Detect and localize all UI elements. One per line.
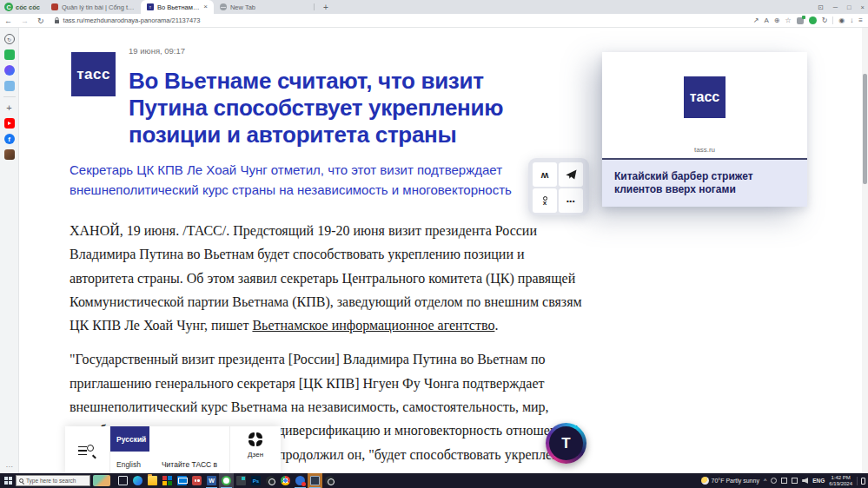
display-icon[interactable] — [792, 478, 798, 484]
read-tass-label: Читайте ТАСС в — [149, 426, 230, 473]
lang-russian-selected[interactable]: Русский — [110, 426, 149, 452]
media-app-icon — [325, 476, 335, 485]
back-button[interactable]: ← — [0, 16, 17, 25]
share-more-button[interactable]: ••• — [559, 188, 583, 213]
windows-taskbar: Type here to search W Ps 70°F Partly sun… — [0, 473, 868, 488]
new-tab-button[interactable]: + — [318, 3, 334, 12]
share-ok-button[interactable]: x — [533, 188, 557, 213]
photos-app-button[interactable] — [160, 473, 175, 488]
input-language-button[interactable]: ENG — [812, 478, 825, 484]
video-app-button[interactable] — [234, 473, 248, 488]
coccoc-logo-icon: C — [4, 3, 13, 11]
badged-app-icon — [295, 476, 305, 485]
photo-shortcut-icon[interactable] — [4, 149, 15, 160]
chat-widget-button[interactable]: T — [546, 423, 586, 464]
show-hidden-icons-button[interactable]: ^ — [764, 478, 766, 484]
scrollbar-thumb[interactable] — [863, 74, 867, 184]
browser-menu-icon[interactable]: ≡ — [858, 16, 863, 24]
ad-overlay-card[interactable]: тасс tass.ru Китайский барбер стрижет кл… — [602, 52, 807, 207]
page-scrollbar[interactable] — [862, 28, 868, 473]
word-icon: W — [207, 476, 216, 485]
profile-avatar-icon[interactable]: ◉ — [838, 16, 845, 24]
zalo-icon[interactable] — [4, 49, 15, 60]
close-tab-icon[interactable]: × — [203, 3, 208, 10]
share-vk-button[interactable]: ʍ — [533, 162, 557, 187]
mail-icon — [177, 476, 187, 485]
search-placeholder: Type here to search — [26, 478, 76, 484]
close-button[interactable]: × — [861, 3, 865, 11]
translate-icon[interactable]: A — [764, 16, 768, 24]
site-search-button[interactable] — [65, 426, 110, 473]
video-app-icon — [236, 476, 246, 485]
partly-sunny-icon — [701, 477, 709, 485]
forward-button[interactable]: → — [17, 16, 33, 25]
tass-article-page: тасс 19 июня, 09:17 Во Вьетнаме считают,… — [19, 28, 868, 473]
news-widget-thumbnail[interactable] — [93, 475, 110, 486]
coccoc-taskbar-button[interactable] — [219, 473, 234, 488]
tab-tass-article[interactable]: т Во Вьетнаме считают, что в × — [141, 0, 214, 14]
weather-widget[interactable]: 70°F Partly sunny — [701, 477, 759, 485]
facebook-icon[interactable]: f — [4, 134, 15, 144]
address-bar[interactable]: tass.ru/mezhdunarodnaya-panorama/2113747… — [54, 16, 201, 24]
minimize-button[interactable]: ─ — [833, 3, 838, 11]
toolbar-divider — [832, 16, 833, 24]
media-app-button[interactable] — [322, 473, 337, 488]
chat-app-icon[interactable] — [4, 81, 15, 91]
file-explorer-button[interactable] — [145, 473, 160, 488]
pip-icon[interactable]: ⊡ — [818, 3, 823, 11]
source-link[interactable]: Вьетнамское информационное агентство — [252, 318, 494, 333]
share-widget: ʍ x ••• — [528, 158, 589, 215]
word-app-button[interactable]: W — [204, 473, 219, 488]
photoshop-button[interactable]: Ps — [248, 473, 263, 488]
coccoc-brand-label: cốc cốc — [16, 3, 40, 11]
dzen-link[interactable]: Дзен — [230, 426, 281, 473]
edge-button[interactable] — [130, 473, 145, 488]
url-text: tass.ru/mezhdunarodnaya-panorama/2113747… — [63, 16, 201, 24]
sidebar-more-icon[interactable]: ⋯ — [6, 463, 13, 471]
notification-app-button[interactable] — [293, 473, 308, 488]
more-dots-icon: ••• — [567, 197, 575, 205]
taskbar-search[interactable]: Type here to search — [16, 475, 90, 486]
extensions-icon[interactable] — [797, 17, 804, 24]
portal-favicon — [51, 3, 58, 10]
start-button[interactable] — [0, 473, 16, 488]
tab-new-tab[interactable]: New Tab — [214, 0, 262, 14]
onedrive-icon[interactable] — [781, 478, 787, 484]
screen: C cốc cốc Quản lý tin bài | Cổng tin tức… — [0, 0, 868, 488]
send-to-device-icon[interactable]: ↗ — [753, 16, 759, 24]
youtube-icon[interactable] — [4, 118, 15, 129]
adblock-icon[interactable] — [809, 16, 817, 24]
active-app-button[interactable] — [308, 473, 322, 488]
share-telegram-button[interactable] — [559, 162, 583, 187]
action-center-button[interactable] — [857, 477, 865, 485]
maximize-button[interactable]: □ — [847, 3, 851, 11]
task-view-button[interactable] — [116, 473, 130, 488]
clock[interactable]: 1:42 PM 6/19/2024 — [829, 475, 852, 487]
zoom-icon[interactable]: ⊕ — [774, 16, 780, 24]
downloads-icon[interactable]: ↓ — [850, 16, 853, 24]
volume-icon[interactable] — [802, 478, 808, 484]
chrome-button[interactable] — [278, 473, 293, 488]
people-app-button[interactable] — [189, 473, 204, 488]
odnoklassniki-icon: x — [543, 196, 547, 206]
messenger-icon[interactable] — [4, 65, 15, 76]
system-tray: 70°F Partly sunny ^ ENG 1:42 PM 6/19/202… — [701, 475, 868, 487]
mail-app-button[interactable] — [175, 473, 189, 488]
people-icon — [192, 476, 202, 485]
tass-logo[interactable]: тасс — [71, 52, 116, 96]
article-subtitle: Секретарь ЦК КПВ Ле Хоай Чунг отметил, ч… — [70, 161, 514, 200]
reload-button[interactable]: ↻ — [33, 16, 49, 25]
ad-headline[interactable]: Китайский барбер стрижет клиентов вверх … — [602, 160, 807, 207]
tray-app-icon[interactable] — [771, 478, 777, 484]
tab-news-portal[interactable]: Quản lý tin bài | Cổng tin tức Đài — [45, 0, 141, 14]
lang-english[interactable]: English — [110, 452, 149, 473]
bookmark-star-icon[interactable]: ☆ — [785, 16, 791, 24]
history-icon[interactable]: ↻ — [4, 34, 15, 44]
add-shortcut-button[interactable]: + — [4, 102, 15, 113]
sync-icon[interactable]: ↻ — [822, 16, 828, 24]
coccoc-brand: C cốc cốc — [0, 3, 45, 11]
language-bar: Русский English Читайте ТАСС в Дзен — [65, 426, 281, 473]
obs-button[interactable] — [263, 473, 278, 488]
task-view-icon — [118, 476, 128, 485]
globe-icon — [220, 3, 227, 10]
